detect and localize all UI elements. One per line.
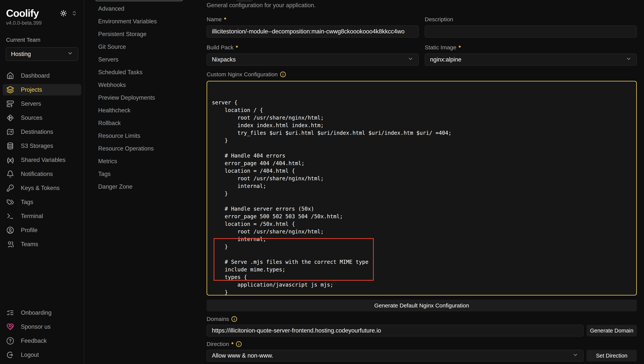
sidebar-item-notifications[interactable]: Notifications [3, 168, 81, 180]
set-direction-button[interactable]: Set Direction [586, 350, 637, 361]
sidebar-item-label: S3 Storages [21, 142, 53, 149]
direction-select[interactable]: Allow www & non-www. [206, 350, 584, 361]
info-icon[interactable] [231, 316, 237, 322]
sidebar-item-label: Tags [21, 199, 33, 206]
domains-input-value: https://illicitonion-quote-server-fronte… [212, 327, 381, 334]
nginx-config-textarea[interactable]: server { location / { root /usr/share/ng… [206, 81, 637, 295]
nginx-code-line: server { [212, 99, 636, 106]
page-subtitle: General configuration for your applicati… [206, 2, 637, 9]
nginx-code-line: types { [212, 273, 636, 281]
generate-domain-button[interactable]: Generate Domain [586, 325, 637, 336]
sidebar-item-keys-tokens[interactable]: Keys & Tokens [3, 183, 81, 194]
sidebar-item-feedback[interactable]: ? Feedback [3, 335, 81, 346]
sidebar-item-label: Destinations [21, 128, 53, 135]
team-select-value: Hosting [11, 51, 31, 58]
sidebar-item-label: Onboarding [21, 309, 52, 316]
submenu-item-webhooks[interactable]: Webhooks [98, 79, 206, 91]
sidebar-item-tags[interactable]: Tags [3, 197, 81, 208]
sidebar-item-logout[interactable]: Logout [3, 349, 81, 360]
nginx-code-line: try_files $uri $uri.html $uri/index.html… [212, 129, 636, 137]
submenu-item-tags[interactable]: Tags [98, 167, 206, 180]
build-pack-label: Build Pack* [206, 44, 419, 51]
sidebar-item-label: Keys & Tokens [21, 185, 60, 192]
generate-default-nginx-button[interactable]: Generate Default Nginx Configuration [206, 300, 637, 311]
sidebar-item-label: Teams [21, 241, 38, 248]
sidebar-item-label: Notifications [21, 171, 53, 177]
sidebar-item-terminal[interactable]: Terminal [3, 211, 81, 222]
sidebar-item-onboarding[interactable]: Onboarding [3, 307, 81, 318]
sidebar-item-label: Sources [21, 114, 42, 121]
nginx-code-line: error_page 500 502 503 504 /50x.html; [212, 213, 636, 220]
submenu-item-resource-operations[interactable]: Resource Operations [98, 142, 206, 155]
chevron-down-icon [572, 352, 578, 359]
sidebar-item-s3-storages[interactable]: S3 Storages [3, 140, 81, 152]
sidebar-item-sources[interactable]: Sources [3, 112, 81, 124]
submenu-item-resource-limits[interactable]: Resource Limits [98, 129, 206, 142]
domains-input[interactable]: https://illicitonion-quote-server-fronte… [206, 325, 584, 336]
submenu-item-servers[interactable]: Servers [98, 53, 206, 66]
nginx-code-line: internal; [212, 236, 636, 243]
build-pack-select[interactable]: Nixpacks [206, 54, 419, 66]
nginx-code-line [212, 144, 636, 152]
general-tab-cutoff[interactable] [236, 0, 253, 2]
info-icon[interactable] [280, 71, 286, 77]
description-input[interactable] [425, 26, 637, 38]
sidebar-item-destinations[interactable]: Destinations [3, 126, 81, 138]
description-label: Description [425, 16, 637, 23]
nginx-config-label: Custom Nginx Configuration [206, 71, 637, 78]
nginx-code-line: } [212, 243, 636, 251]
submenu-item-danger-zone[interactable]: Danger Zone [98, 180, 206, 193]
submenu-item-persistent-storage[interactable]: Persistent Storage [98, 28, 206, 40]
submenu-item-metrics[interactable]: Metrics [98, 155, 206, 167]
nginx-code-line: location = /50x.html { [212, 220, 636, 228]
submenu-item-environment-variables[interactable]: Environment Variables [98, 15, 206, 28]
team-select[interactable]: Hosting [6, 47, 78, 61]
users-icon [6, 240, 14, 248]
build-pack-value: Nixpacks [212, 56, 236, 63]
sidebar-item-dashboard[interactable]: Dashboard [3, 70, 81, 81]
submenu-item-rollback[interactable]: Rollback [98, 117, 206, 129]
submenu-item-healthcheck[interactable]: Healthcheck [98, 104, 206, 117]
nginx-code-line: location = /404.html { [212, 167, 636, 175]
name-input-value: illicitestonion/-module--decomposition:m… [212, 28, 405, 35]
nginx-code-line: root /usr/share/nginx/html; [212, 228, 636, 236]
nginx-code-line: internal; [212, 183, 636, 190]
sidebar-item-projects[interactable]: Projects [3, 84, 81, 95]
sidebar-footer-nav: Onboarding Sponsor us ? Feedback Logout [0, 307, 84, 360]
app-version: v4.0.0-beta.399 [0, 20, 84, 26]
sidebar-nav: Dashboard Projects Servers Sources Desti… [0, 70, 84, 250]
sidebar-item-profile[interactable]: Profile [3, 225, 81, 236]
sidebar-item-teams[interactable]: Teams [3, 239, 81, 250]
sidebar-item-shared-variables[interactable]: (x) Shared Variables [3, 154, 81, 166]
nginx-code-line: index index.html index.htm; [212, 122, 636, 129]
submenu-item-advanced[interactable]: Advanced [98, 2, 206, 15]
name-input[interactable]: illicitestonion/-module--decomposition:m… [206, 26, 419, 38]
map-icon [6, 128, 14, 136]
tags-icon [6, 198, 14, 206]
info-icon[interactable] [236, 341, 242, 347]
layers-icon [6, 86, 14, 94]
app-logo: Coolify [6, 8, 39, 18]
sidebar-item-sponsor-us[interactable]: Sponsor us [3, 321, 81, 332]
static-image-label: Static Image* [425, 44, 637, 51]
version-switcher-chevrons-icon[interactable] [72, 11, 77, 16]
chevron-down-icon [626, 56, 632, 63]
nginx-code-line: } [212, 289, 636, 295]
submenu-item-git-source[interactable]: Git Source [98, 40, 206, 53]
theme-toggle-sun-icon[interactable] [60, 10, 67, 17]
sidebar-item-servers[interactable]: Servers [3, 98, 81, 109]
submenu-item-general-cutoff[interactable] [95, 0, 183, 1]
nginx-code: server { location / { root /usr/share/ng… [212, 99, 636, 295]
nginx-code-line [212, 251, 636, 258]
sidebar: Coolify v4.0.0-beta.399 Current Team Hos… [0, 0, 84, 364]
chevron-down-icon [408, 56, 413, 63]
settings-submenu: Advanced Environment Variables Persisten… [84, 0, 206, 364]
database-icon [6, 142, 14, 150]
sidebar-item-label: Terminal [21, 213, 43, 220]
logo-row: Coolify [0, 8, 84, 18]
submenu-item-scheduled-tasks[interactable]: Scheduled Tasks [98, 66, 206, 79]
heart-handshake-icon [6, 323, 14, 331]
nginx-code-line: root /usr/share/nginx/html; [212, 114, 636, 122]
submenu-item-preview-deployments[interactable]: Preview Deployments [98, 91, 206, 104]
static-image-select[interactable]: nginx:alpine [425, 54, 637, 66]
